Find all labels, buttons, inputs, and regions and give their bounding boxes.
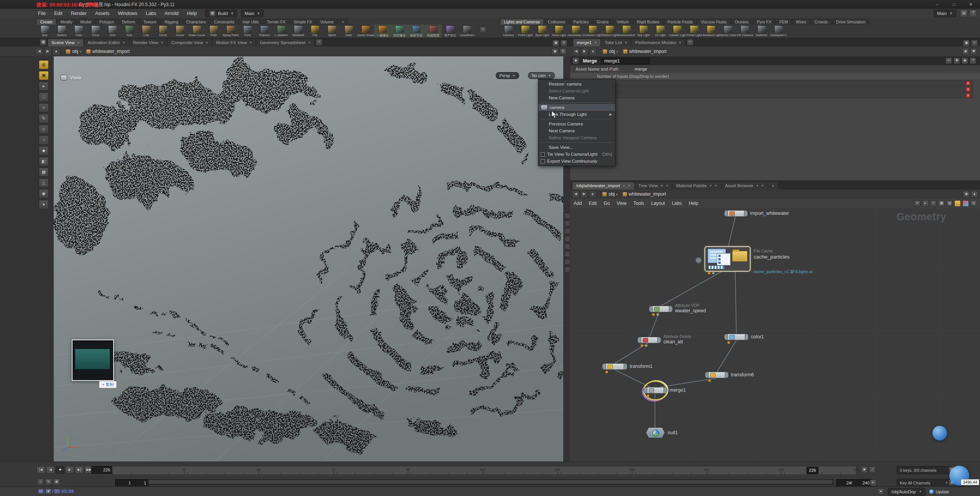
- help-icon[interactable]: ?: [969, 10, 977, 17]
- shelf-tab-collisions[interactable]: Collisions: [544, 19, 569, 25]
- select-tool-icon[interactable]: ▸: [39, 82, 49, 91]
- prev-frame-button[interactable]: ◀: [46, 466, 55, 474]
- snap-magnet-icon[interactable]: ◧: [39, 157, 49, 166]
- current-frame-field[interactable]: 226: [91, 466, 113, 474]
- node-null1[interactable]: [646, 428, 665, 438]
- close-tab-icon[interactable]: ✕: [714, 182, 718, 190]
- shelf-tab-deform[interactable]: Deform: [118, 19, 139, 25]
- pin-icon[interactable]: ◉: [552, 48, 558, 55]
- checkbox-icon[interactable]: [541, 152, 545, 157]
- forward-icon[interactable]: ▶: [581, 48, 588, 55]
- shelf-tab-crowds[interactable]: Crowds: [810, 19, 832, 25]
- shelf-tab-viscous-fluids[interactable]: Viscous Fluids: [697, 19, 731, 25]
- audio-icon[interactable]: ♪: [869, 466, 876, 473]
- shelf-tab-wires[interactable]: Wires: [792, 19, 810, 25]
- snap-icon[interactable]: ✕: [914, 200, 921, 207]
- tool-geometry-light[interactable]: Geometry Light: [568, 25, 584, 38]
- copy-button[interactable]: + 复制: [99, 381, 117, 388]
- network-menu-tools[interactable]: Tools: [630, 201, 648, 206]
- shelf-tab-characters[interactable]: Characters: [183, 19, 210, 25]
- chevron-down-icon[interactable]: ▼: [160, 39, 163, 46]
- splitter-grip-icon[interactable]: [564, 244, 570, 249]
- splitter-grip-icon[interactable]: [564, 213, 570, 219]
- viewport[interactable]: View Persp▼ No cam▼ ▣▣▣▣▣▣▣▣▣▣: [54, 56, 563, 461]
- drag-preview-thumbnail[interactable]: [72, 339, 114, 381]
- play-button[interactable]: ▶: [65, 466, 74, 474]
- tool-circle[interactable]: Circle: [155, 25, 172, 38]
- gear-icon[interactable]: ✱: [970, 48, 977, 55]
- tool-curve[interactable]: Curve: [172, 25, 188, 38]
- tool-ambient-light[interactable]: Ambient Light: [703, 25, 719, 38]
- network-tab-obj-whitewater-import[interactable]: /obj/whitewater_import▼✕: [572, 182, 634, 190]
- camera-menu-item-new-camera[interactable]: New Camera: [538, 94, 615, 101]
- shelf-tab-model[interactable]: Model: [76, 19, 95, 25]
- menu-help[interactable]: Help: [183, 9, 201, 18]
- shelf-tab-texture[interactable]: Texture: [139, 19, 160, 25]
- network-tab-add[interactable]: +: [768, 182, 778, 190]
- node-name-field[interactable]: merge1: [601, 58, 650, 64]
- material-icon[interactable]: ◉: [39, 189, 49, 198]
- tool-sphere[interactable]: Sphere: [53, 25, 70, 38]
- tool-area-light[interactable]: Area Light: [551, 25, 568, 38]
- tool-spray-paint[interactable]: Spray Paint: [222, 25, 239, 38]
- splitter-grip-icon[interactable]: [564, 251, 570, 257]
- camera-menu-item-export-view-continuously[interactable]: Export View Continuously: [538, 158, 615, 165]
- node-import-whitewater[interactable]: [724, 210, 748, 217]
- desktop-selector[interactable]: ▦ Build▼: [205, 10, 238, 17]
- light-tool-icon[interactable]: ●: [39, 200, 49, 209]
- shelf-tab-fem[interactable]: FEM: [775, 19, 792, 25]
- forward-icon[interactable]: ▶: [581, 191, 588, 198]
- magnify-icon[interactable]: ◎: [970, 200, 977, 207]
- camera-menu-item-native-viewport-camera[interactable]: Native Viewport Camera: [538, 134, 615, 141]
- keyframe-icon[interactable]: ◆: [861, 466, 868, 473]
- main-selector[interactable]: Main▼: [241, 10, 264, 17]
- node-clean-att[interactable]: [637, 337, 661, 343]
- tool-caustic-light[interactable]: Caustic Light: [669, 25, 686, 38]
- crumb-whitewater-import[interactable]: whitewater_import: [623, 49, 667, 54]
- node-flag-left[interactable]: [649, 306, 653, 312]
- camera-menu-item-look-through-light[interactable]: Look Through Light▶: [538, 111, 615, 118]
- node-flag-left[interactable]: [644, 387, 647, 393]
- tool-item[interactable]: 刷新节点: [408, 25, 425, 38]
- tool-vr-camera[interactable]: VR Camera: [736, 25, 753, 38]
- stop-button[interactable]: ■: [56, 466, 64, 474]
- tool-item[interactable]: 清空缓存: [391, 25, 408, 38]
- node-flag-left[interactable]: [602, 364, 606, 369]
- node-flag-left[interactable]: [638, 337, 641, 343]
- checkbox-icon[interactable]: [541, 159, 545, 163]
- tool-switcher[interactable]: Switcher: [753, 25, 770, 38]
- pin-icon[interactable]: ◉: [962, 48, 969, 55]
- tool-quick-shapes[interactable]: Quick Shapes: [357, 25, 374, 38]
- remove-input-icon[interactable]: ✕: [966, 93, 970, 98]
- camera-menu-item-tie-view-to-camera-light[interactable]: Tie View To Camera/LightCtrl+[: [538, 151, 615, 158]
- shelf-tab-particles[interactable]: Particles: [569, 19, 592, 25]
- scale-tool-icon[interactable]: ◇: [39, 125, 49, 134]
- tool-environment-light[interactable]: Environment Light: [618, 25, 635, 38]
- tool-path[interactable]: Path: [205, 25, 222, 38]
- gear-icon[interactable]: ✱: [954, 58, 960, 64]
- node-transform6[interactable]: [705, 372, 729, 378]
- menu-file[interactable]: File: [34, 9, 50, 18]
- tool-l-system[interactable]: L-System: [273, 25, 290, 38]
- network-menu-add[interactable]: Add: [570, 201, 585, 206]
- crumb-obj[interactable]: obj: [66, 49, 78, 54]
- camera-menu-item-select-camera-light[interactable]: Select Camera/Light: [538, 87, 615, 94]
- up-icon[interactable]: ▲: [53, 48, 60, 55]
- node-flag-left[interactable]: [705, 372, 709, 378]
- network-menu-edit[interactable]: Edit: [585, 201, 600, 206]
- pane-tab-render-view[interactable]: Render View▼: [130, 39, 167, 46]
- color-palette-icon[interactable]: [962, 200, 969, 207]
- menu-labs[interactable]: Labs: [142, 9, 160, 18]
- shelf-tab-create[interactable]: Create: [36, 19, 56, 25]
- node-transform1[interactable]: [602, 363, 627, 370]
- thumbnails-icon[interactable]: ▤: [946, 200, 953, 207]
- shelf-tab-grains[interactable]: Grains: [593, 19, 612, 25]
- pane-tab-scene-view[interactable]: Scene View▼: [48, 39, 83, 46]
- shelf-overflow-icon[interactable]: »: [480, 26, 486, 33]
- pane-tab-merge1[interactable]: merge1▼: [573, 39, 601, 46]
- camera-menu-item-camera[interactable]: camera: [538, 104, 615, 111]
- node-wwater-speed[interactable]: [649, 306, 673, 312]
- tool-gamepad-camera[interactable]: Gamepad Camera: [770, 25, 787, 38]
- pane-tab-take-list[interactable]: Take List▼: [601, 39, 631, 46]
- shelf-tab-rigging[interactable]: Rigging: [161, 19, 182, 25]
